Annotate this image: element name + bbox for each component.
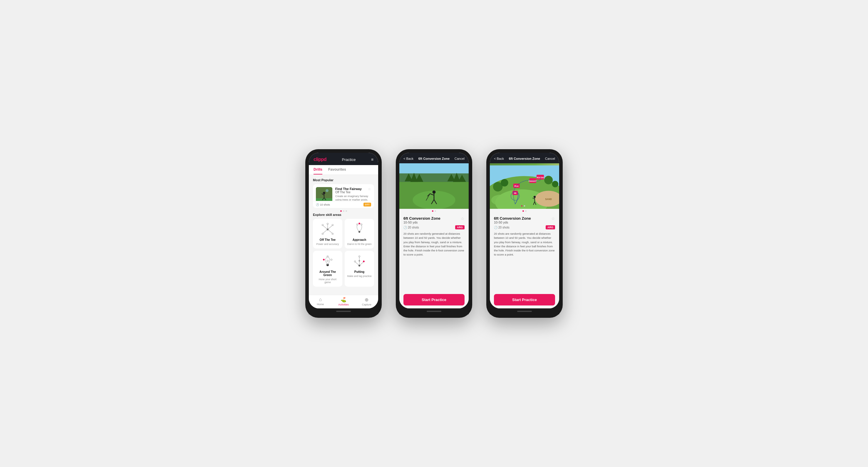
img-dot-3-1 — [522, 210, 524, 212]
drill-tag-2: ARG — [455, 225, 465, 229]
svg-point-24 — [327, 256, 328, 257]
skill-approach[interactable]: Approach Dial-in to hit the green — [345, 219, 374, 248]
dot-3 — [346, 210, 347, 212]
s3-body: FAIRWAY ROUGH Miss Hit — [490, 163, 559, 308]
detail-meta-3: 🕐 20 shots ARG — [494, 225, 555, 229]
nav-activities[interactable]: ⛳ Activities — [332, 297, 355, 306]
dot-1 — [340, 210, 342, 212]
svg-point-34 — [363, 261, 364, 262]
svg-point-71 — [534, 196, 536, 198]
detail-title-2: 6ft Conversion Zone — [403, 216, 440, 221]
detail-desc-2: 20 shots are randomly generated at dista… — [403, 232, 465, 257]
drill-shots: 🕐 10 shots — [316, 203, 330, 206]
home-bar-3 — [517, 311, 532, 312]
ott-name: Off The Tee — [320, 238, 336, 241]
phone-1: clippd Practice ≡ Drills Favourites Most… — [305, 149, 382, 318]
drill-tag: OTT — [364, 203, 371, 206]
clock-icon-3: 🕐 — [494, 226, 497, 229]
favourite-star-icon-3[interactable]: ☆ — [551, 216, 555, 221]
detail-shots-2: 🕐 20 shots — [403, 226, 419, 229]
svg-line-11 — [322, 229, 328, 234]
tab-drills[interactable]: Drills — [313, 165, 322, 174]
atg-name: Around The Green — [315, 270, 340, 277]
svg-point-61 — [552, 181, 558, 188]
detail-title-3: 6ft Conversion Zone — [494, 216, 531, 221]
svg-point-2 — [326, 189, 329, 192]
favourite-star-icon[interactable]: ☆ — [368, 187, 371, 191]
img-dot-2 — [435, 210, 436, 212]
skill-putting[interactable]: Putting Make and lag practice — [345, 251, 374, 287]
capture-icon: ⊕ — [365, 297, 369, 302]
s2-header: < Back 6ft Conversion Zone Cancel — [399, 153, 469, 163]
phone-2: < Back 6ft Conversion Zone Cancel — [396, 149, 472, 318]
svg-point-25 — [323, 259, 324, 261]
golf-scene-illustration — [399, 163, 469, 209]
s1-body: Most Popular — [309, 175, 378, 295]
back-button-3[interactable]: < Back — [494, 157, 504, 160]
svg-point-78 — [524, 205, 525, 207]
atg-desc: Hone your short game — [315, 278, 340, 284]
tabs-row: Drills Favourites — [309, 165, 378, 175]
svg-point-3 — [323, 192, 325, 194]
approach-icon-area — [350, 222, 368, 237]
atg-icon-area — [319, 254, 336, 269]
s2-title: 6ft Conversion Zone — [418, 157, 450, 160]
home-indicator-2 — [399, 308, 469, 314]
detail-shots-3: 🕐 20 shots — [494, 226, 509, 229]
tab-favourites[interactable]: Favourites — [328, 165, 346, 174]
drill-tag-3: ARG — [546, 225, 555, 229]
drill-detail-3: 6ft Conversion Zone 10-50 yds ☆ 🕐 20 sho… — [490, 213, 559, 291]
app-logo: clippd — [313, 157, 327, 162]
svg-point-57 — [491, 195, 510, 205]
svg-text:ROUGH: ROUGH — [537, 176, 544, 178]
back-button-2[interactable]: < Back — [403, 157, 413, 160]
skill-grid: Off The Tee Power and accuracy — [313, 219, 374, 287]
img-dot-1 — [432, 210, 433, 212]
nav-capture-label: Capture — [362, 303, 371, 306]
svg-text:SAND: SAND — [545, 198, 552, 201]
drill-subtitle: Off The Tee — [335, 191, 371, 194]
s3-header: < Back 6ft Conversion Zone Cancel — [490, 153, 559, 163]
svg-line-12 — [328, 229, 333, 234]
nav-activities-label: Activities — [338, 303, 349, 306]
home-icon: ⌂ — [319, 297, 322, 302]
putting-name: Putting — [354, 270, 364, 273]
clock-icon: 🕐 — [316, 203, 319, 206]
nav-capture[interactable]: ⊕ Capture — [355, 297, 378, 306]
img-dot-3-2 — [525, 210, 527, 212]
home-bar-2 — [427, 311, 441, 312]
putting-desc: Make and lag practice — [347, 275, 371, 277]
start-practice-button-2[interactable]: Start Practice — [403, 294, 465, 305]
hamburger-icon[interactable]: ≡ — [371, 157, 373, 162]
main-scene: clippd Practice ≡ Drills Favourites Most… — [288, 132, 580, 335]
detail-meta-2: 🕐 20 shots ARG — [403, 225, 465, 229]
svg-point-22 — [359, 223, 360, 224]
svg-point-46 — [433, 190, 436, 194]
featured-drill-card[interactable]: Find The Fairway Off The Tee Create an i… — [313, 184, 374, 208]
svg-text:Miss: Miss — [515, 185, 519, 187]
ott-desc: Power and accuracy — [316, 243, 339, 245]
start-practice-button-3[interactable]: Start Practice — [494, 294, 555, 305]
drill-detail-2: 6ft Conversion Zone 10-50 yds ☆ 🕐 20 sho… — [399, 213, 469, 291]
nav-home[interactable]: ⌂ Home — [309, 297, 332, 306]
cancel-button-2[interactable]: Cancel — [455, 157, 465, 160]
svg-point-77 — [521, 205, 523, 207]
svg-line-30 — [355, 262, 360, 266]
s2-body: 6ft Conversion Zone 10-50 yds ☆ 🕐 20 sho… — [399, 163, 469, 308]
favourite-star-icon-2[interactable]: ☆ — [461, 216, 465, 221]
svg-line-9 — [322, 225, 328, 229]
drill-footer: 🕐 10 shots OTT — [313, 201, 374, 208]
home-indicator-3 — [490, 308, 559, 314]
svg-line-10 — [328, 225, 333, 229]
cancel-button-3[interactable]: Cancel — [545, 157, 555, 160]
putting-icon-area — [350, 254, 368, 269]
image-dots-3 — [490, 209, 559, 213]
s1-header: clippd Practice ≡ — [309, 153, 378, 165]
drill-photo — [399, 163, 469, 209]
drill-name: Find The Fairway — [335, 187, 371, 191]
bottom-nav: ⌂ Home ⛳ Activities ⊕ Capture — [309, 295, 378, 308]
detail-desc-3: 20 shots are randomly generated at dista… — [494, 232, 555, 257]
skill-ott[interactable]: Off The Tee Power and accuracy — [313, 219, 342, 248]
s3-title: 6ft Conversion Zone — [509, 157, 540, 160]
skill-atg[interactable]: Around The Green Hone your short game — [313, 251, 342, 287]
